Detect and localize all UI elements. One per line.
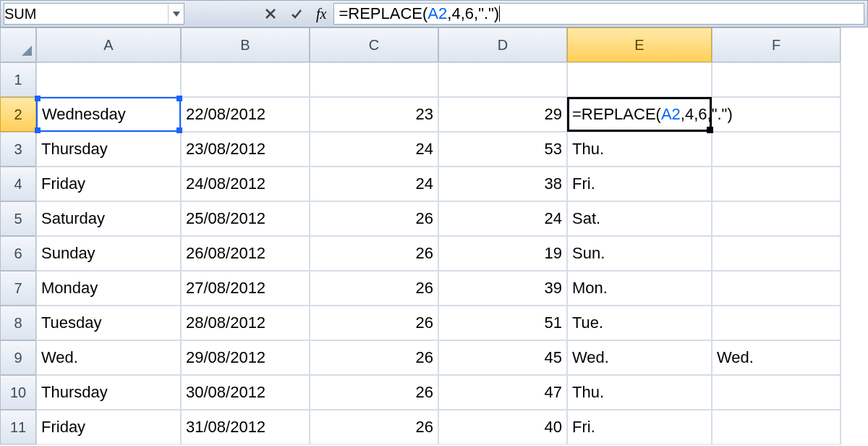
column-header-B[interactable]: B — [181, 28, 310, 62]
cell-F11[interactable] — [712, 410, 841, 445]
cell-C2[interactable]: 23 — [310, 97, 438, 132]
cell-F7[interactable] — [712, 271, 841, 306]
cell-B5[interactable]: 25/08/2012 — [181, 201, 310, 236]
cell-D6[interactable]: 19 — [438, 236, 567, 271]
cell-A2[interactable]: Wednesday — [36, 97, 181, 132]
cell-C9[interactable]: 26 — [310, 340, 438, 375]
cell-E6[interactable]: Sun. — [567, 236, 712, 271]
cell-B9[interactable]: 29/08/2012 — [181, 340, 310, 375]
column-header-E[interactable]: E — [567, 28, 712, 62]
cell-B10[interactable]: 30/08/2012 — [181, 375, 310, 410]
formula-input[interactable]: =REPLACE(A2,4,6,".") — [333, 3, 864, 25]
cell-F9[interactable]: Wed. — [712, 340, 841, 375]
cell-A1[interactable] — [36, 62, 181, 97]
row-header-10[interactable]: 10 — [0, 375, 36, 410]
cell-F6[interactable] — [712, 236, 841, 271]
cell-E2[interactable]: =REPLACE(A2,4,6,".") — [567, 97, 712, 132]
enter-button[interactable] — [287, 4, 306, 23]
svg-marker-0 — [173, 12, 180, 17]
name-box-value: SUM — [4, 6, 36, 22]
row-header-7[interactable]: 7 — [0, 271, 36, 306]
cell-D10[interactable]: 47 — [438, 375, 567, 410]
cell-F4[interactable] — [712, 167, 841, 201]
cell-C10[interactable]: 26 — [310, 375, 438, 410]
cell-A7[interactable]: Monday — [36, 271, 181, 306]
cell-E7[interactable]: Mon. — [567, 271, 712, 306]
cell-B3[interactable]: 23/08/2012 — [181, 132, 310, 167]
cell-A3[interactable]: Thursday — [36, 132, 181, 167]
cell-C11[interactable]: 26 — [310, 410, 438, 445]
formula-bar-buttons: fx — [257, 4, 333, 23]
row-header-5[interactable]: 5 — [0, 201, 36, 236]
cell-A9[interactable]: Wed. — [36, 340, 181, 375]
cancel-button[interactable] — [261, 4, 280, 23]
cell-D4[interactable]: 38 — [438, 167, 567, 201]
row-header-8[interactable]: 8 — [0, 306, 36, 340]
column-header-C[interactable]: C — [310, 28, 438, 62]
cell-C8[interactable]: 26 — [310, 306, 438, 340]
select-all-corner[interactable] — [0, 28, 36, 62]
cell-B4[interactable]: 24/08/2012 — [181, 167, 310, 201]
cell-B1[interactable] — [181, 62, 310, 97]
row-header-3[interactable]: 3 — [0, 132, 36, 167]
row-header-11[interactable]: 11 — [0, 410, 36, 445]
spreadsheet-grid: ABCDEF12Wednesday22/08/20122329=REPLACE(… — [0, 28, 868, 445]
row-header-4[interactable]: 4 — [0, 167, 36, 201]
cell-B7[interactable]: 27/08/2012 — [181, 271, 310, 306]
cell-C5[interactable]: 26 — [310, 201, 438, 236]
row-header-9[interactable]: 9 — [0, 340, 36, 375]
cell-E9[interactable]: Wed. — [567, 340, 712, 375]
cell-D8[interactable]: 51 — [438, 306, 567, 340]
cell-C6[interactable]: 26 — [310, 236, 438, 271]
cell-C1[interactable] — [310, 62, 438, 97]
cell-F10[interactable] — [712, 375, 841, 410]
cell-D1[interactable] — [438, 62, 567, 97]
enter-icon — [290, 7, 303, 20]
cell-A11[interactable]: Friday — [36, 410, 181, 445]
cell-D3[interactable]: 53 — [438, 132, 567, 167]
formula-bar: SUM fx =REPLACE(A2,4,6,".") — [0, 0, 868, 28]
cell-C4[interactable]: 24 — [310, 167, 438, 201]
cell-B11[interactable]: 31/08/2012 — [181, 410, 310, 445]
cell-F8[interactable] — [712, 306, 841, 340]
cell-C7[interactable]: 26 — [310, 271, 438, 306]
column-header-A[interactable]: A — [36, 28, 181, 62]
cell-B6[interactable]: 26/08/2012 — [181, 236, 310, 271]
cell-A6[interactable]: Sunday — [36, 236, 181, 271]
row-header-6[interactable]: 6 — [0, 236, 36, 271]
cell-E8[interactable]: Tue. — [567, 306, 712, 340]
cell-E3[interactable]: Thu. — [567, 132, 712, 167]
cell-E11[interactable]: Fri. — [567, 410, 712, 445]
column-header-F[interactable]: F — [712, 28, 841, 62]
cell-F3[interactable] — [712, 132, 841, 167]
cell-C3[interactable]: 24 — [310, 132, 438, 167]
cell-A8[interactable]: Tuesday — [36, 306, 181, 340]
row-header-2[interactable]: 2 — [0, 97, 36, 132]
cancel-icon — [264, 7, 277, 20]
column-header-D[interactable]: D — [438, 28, 567, 62]
cell-A4[interactable]: Friday — [36, 167, 181, 201]
cell-B8[interactable]: 28/08/2012 — [181, 306, 310, 340]
cell-E1[interactable] — [567, 62, 712, 97]
cell-F1[interactable] — [712, 62, 841, 97]
cell-A5[interactable]: Saturday — [36, 201, 181, 236]
cell-A10[interactable]: Thursday — [36, 375, 181, 410]
cell-D9[interactable]: 45 — [438, 340, 567, 375]
cell-E10[interactable]: Thu. — [567, 375, 712, 410]
name-box-dropdown-icon[interactable] — [168, 4, 184, 23]
row-header-1[interactable]: 1 — [0, 62, 36, 97]
name-box[interactable]: SUM — [4, 3, 184, 25]
cell-D11[interactable]: 40 — [438, 410, 567, 445]
cell-E4[interactable]: Fri. — [567, 167, 712, 201]
cell-D5[interactable]: 24 — [438, 201, 567, 236]
fx-button[interactable]: fx — [313, 6, 329, 22]
cell-B2[interactable]: 22/08/2012 — [181, 97, 310, 132]
cell-F5[interactable] — [712, 201, 841, 236]
cell-D2[interactable]: 29 — [438, 97, 567, 132]
cell-E5[interactable]: Sat. — [567, 201, 712, 236]
cell-D7[interactable]: 39 — [438, 271, 567, 306]
